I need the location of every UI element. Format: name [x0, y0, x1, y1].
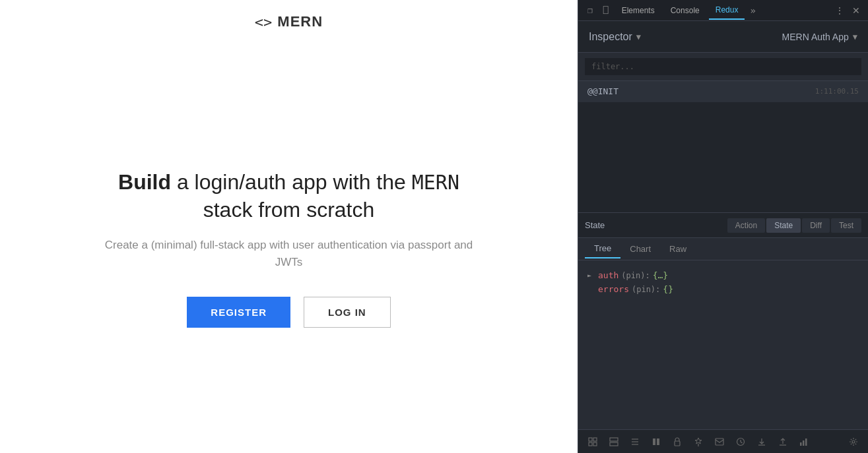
state-action-bar: State Action State Diff Test	[578, 213, 868, 238]
svg-rect-13	[716, 438, 723, 445]
toolbar-icon-timer[interactable]	[731, 433, 750, 451]
toolbar-icon-signal[interactable]	[795, 433, 813, 451]
tree-expand-arrow-auth[interactable]: ►	[587, 272, 595, 279]
close-devtools-icon[interactable]: ✕	[850, 4, 863, 17]
filter-input[interactable]	[585, 58, 861, 75]
inspector-app-name: MERN Auth App	[782, 32, 849, 42]
svg-rect-5	[610, 442, 618, 446]
inspector-dropdown-icon[interactable]: ▼	[636, 32, 641, 42]
app-title: MERN	[277, 13, 323, 30]
action-list: @@INIT 1:11:00.15	[578, 81, 868, 213]
tab-action[interactable]: Action	[727, 218, 765, 233]
svg-rect-11	[675, 441, 680, 446]
svg-rect-9	[653, 438, 655, 445]
tab-redux[interactable]: Redux	[709, 1, 745, 20]
toolbar-icon-mail[interactable]	[710, 433, 729, 451]
svg-rect-4	[610, 438, 618, 441]
tree-annotation-auth: (pin):	[621, 271, 650, 280]
tree-annotation-errors: (pin):	[632, 285, 660, 294]
hero-heading-rest: a login/auth app with the	[177, 170, 412, 194]
app-content: Build a login/auth app with the MERN sta…	[0, 44, 578, 453]
tree-row-errors[interactable]: ► errors (pin): {}	[587, 282, 859, 296]
state-tree: ► auth (pin): {…} ► errors (pin): {}	[578, 260, 868, 429]
inspector-title: Inspector	[589, 31, 632, 43]
login-button[interactable]: LOG IN	[304, 297, 391, 328]
sub-tab-bar: Tree Chart Raw	[578, 238, 868, 260]
svg-rect-10	[657, 438, 659, 445]
kebab-menu-icon[interactable]: ⋮	[832, 4, 847, 17]
tree-value-errors: {}	[663, 284, 673, 294]
inspector-title-group: Inspector ▼	[589, 31, 641, 43]
logo-icon: <>	[255, 14, 273, 30]
inspector-app-dropdown-icon[interactable]: ▼	[853, 32, 857, 42]
action-item-init[interactable]: @@INIT 1:11:00.15	[578, 81, 868, 102]
tab-test[interactable]: Test	[831, 218, 861, 233]
toolbar-icon-pause[interactable]	[647, 433, 665, 451]
svg-rect-19	[800, 442, 802, 446]
tree-key-errors: errors	[598, 284, 629, 294]
tree-row-auth[interactable]: ► auth (pin): {…}	[587, 268, 859, 282]
action-name: @@INIT	[587, 86, 618, 96]
svg-rect-21	[805, 438, 807, 446]
settings-icon[interactable]	[844, 433, 863, 451]
toolbar-icon-2[interactable]	[605, 433, 623, 451]
tab-diff[interactable]: Diff	[802, 218, 830, 233]
hero-heading-code: MERN	[412, 171, 459, 194]
svg-point-22	[852, 440, 855, 443]
hero-subtext: Create a (minimal) full-stack app with u…	[104, 237, 474, 270]
main-app: <> MERN Build a login/auth app with the …	[0, 0, 578, 453]
svg-rect-0	[589, 438, 592, 441]
action-time: 1:11:00.15	[815, 87, 859, 96]
sub-tab-tree[interactable]: Tree	[585, 239, 620, 258]
tab-console[interactable]: Console	[664, 2, 706, 19]
toolbar-icon-upload[interactable]	[774, 433, 792, 451]
action-state-tab-group: Action State Diff Test	[727, 218, 861, 233]
bottom-toolbar	[578, 429, 868, 453]
devtools-panel: ❐ ⎕ Elements Console Redux » ⋮ ✕ Inspect…	[578, 0, 868, 453]
tree-value-auth: {…}	[653, 270, 668, 280]
svg-line-16	[741, 442, 743, 443]
bottom-panel: State Action State Diff Test Tree Chart …	[578, 213, 868, 453]
hero-heading-bold: Build	[118, 170, 171, 194]
tab-elements[interactable]: Elements	[615, 2, 661, 19]
button-group: REGISTER LOG IN	[187, 297, 390, 328]
tree-expand-arrow-errors: ►	[587, 286, 595, 293]
devtools-tab-bar: ❐ ⎕ Elements Console Redux » ⋮ ✕	[578, 0, 868, 21]
toolbar-icon-pin[interactable]	[689, 433, 708, 451]
toolbar-icon-download[interactable]	[752, 433, 771, 451]
toolbar-icon-1[interactable]	[584, 433, 602, 451]
state-section-label: State	[585, 220, 605, 230]
svg-rect-20	[803, 440, 805, 446]
toolbar-icon-list[interactable]	[626, 433, 644, 451]
hero-heading: Build a login/auth app with the MERN sta…	[91, 169, 487, 224]
more-tabs-icon[interactable]: »	[747, 5, 758, 16]
tree-key-auth: auth	[598, 270, 618, 280]
hero-heading-end: stack from scratch	[203, 198, 375, 222]
inspector-header: Inspector ▼ MERN Auth App ▼	[578, 21, 868, 53]
svg-rect-1	[593, 438, 597, 441]
device-icon[interactable]: ⎕	[599, 5, 613, 15]
toolbar-icon-lock[interactable]	[668, 433, 686, 451]
sub-tab-raw[interactable]: Raw	[660, 240, 696, 258]
tab-state[interactable]: State	[766, 218, 801, 233]
app-header: <> MERN	[0, 0, 578, 44]
register-button[interactable]: REGISTER	[187, 297, 290, 328]
cursor-icon[interactable]: ❐	[584, 5, 597, 15]
filter-bar	[578, 53, 868, 81]
svg-rect-3	[593, 442, 597, 446]
sub-tab-chart[interactable]: Chart	[620, 240, 660, 258]
svg-rect-2	[589, 442, 592, 446]
